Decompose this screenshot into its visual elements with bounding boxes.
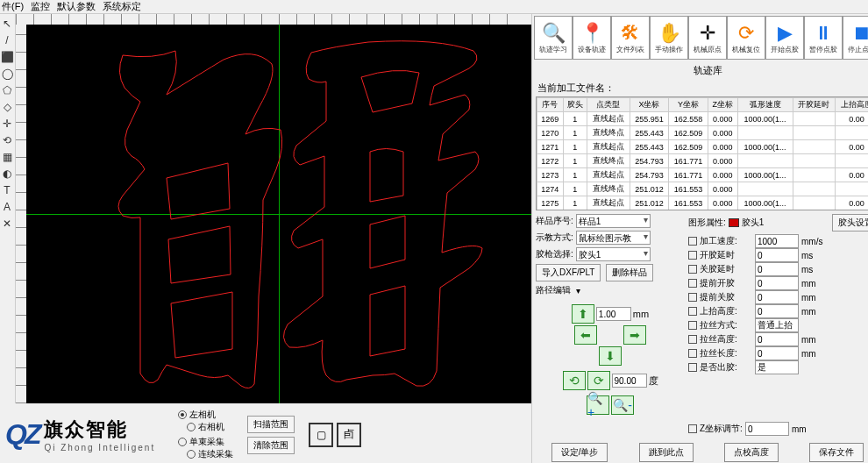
- teach-mode-select[interactable]: 鼠标绘图示教: [576, 231, 651, 245]
- menu-bar: 件(F) 监控 默认参数 系统标定: [0, 0, 868, 14]
- param-input-1[interactable]: [755, 248, 799, 262]
- clear-range-button[interactable]: 清除范围: [247, 437, 295, 454]
- param-input-2[interactable]: [755, 262, 799, 276]
- import-button[interactable]: 导入DXF/PLT: [536, 264, 601, 281]
- delete-sample-button[interactable]: 删除样品: [606, 264, 653, 281]
- tool-6[interactable]: ✛: [1, 118, 13, 130]
- param-check-2[interactable]: [688, 265, 697, 274]
- bigbtn-开始点胶[interactable]: ▶开始点胶: [765, 16, 804, 60]
- ruler-vertical: [16, 25, 26, 403]
- table-row[interactable]: 12721直线终点254.793161.7710.000: [537, 154, 869, 168]
- tool-10[interactable]: T: [1, 184, 13, 196]
- points-table: 序号胶头点类型X坐标Y坐标Z坐标弧形速度开胶延时上抬高度12691直线起点255…: [536, 96, 868, 210]
- table-row[interactable]: 12751直线起点251.012161.5530.0001000.00(1...…: [537, 196, 869, 210]
- bigbtn-手动操作[interactable]: ✋手动操作: [650, 16, 688, 60]
- rotate-ccw[interactable]: ⟲: [563, 371, 586, 390]
- tool-7[interactable]: ⟲: [1, 134, 13, 146]
- calib-height-button[interactable]: 点校高度: [724, 443, 779, 462]
- bigbtn-轨迹学习[interactable]: 🔍轨迹学习: [534, 16, 573, 60]
- param-check-4[interactable]: [688, 293, 697, 302]
- logo-cn: 旗众智能: [44, 417, 155, 443]
- radio-cont-capture[interactable]: [187, 450, 196, 459]
- menu-file[interactable]: 件(F): [2, 0, 24, 13]
- z-adjust-input[interactable]: [745, 422, 789, 436]
- glue-select[interactable]: 胶头1: [576, 247, 651, 261]
- param-check-8[interactable]: [688, 349, 697, 358]
- bigbtn-机械复位[interactable]: ⟳机械复位: [727, 16, 765, 60]
- param-input-6[interactable]: [755, 318, 799, 332]
- jog-angle-input[interactable]: [612, 374, 647, 388]
- param-check-5[interactable]: [688, 307, 697, 316]
- glyph-path: [26, 25, 531, 403]
- zoom-in-icon[interactable]: 🔍+: [587, 395, 609, 415]
- tool-11[interactable]: A: [1, 201, 13, 213]
- logo-mark: QZ: [5, 418, 39, 451]
- bigbtn-设备轨迹[interactable]: 📍设备轨迹: [573, 16, 611, 60]
- param-check-7[interactable]: [688, 335, 697, 344]
- logo-en: Qi Zhong Intelligent: [44, 443, 155, 452]
- menu-monitor[interactable]: 监控: [31, 0, 50, 13]
- bigbtn-机械原点[interactable]: ✛机械原点: [688, 16, 727, 60]
- z-adjust-check[interactable]: [688, 424, 697, 433]
- tool-5[interactable]: ◇: [1, 101, 13, 113]
- set-step-button[interactable]: 设定/单步: [551, 443, 608, 462]
- tool-4[interactable]: ⬠: [1, 84, 13, 96]
- glue-head-button[interactable]: 胶头设置: [832, 214, 868, 232]
- radio-left-cam[interactable]: [178, 410, 187, 419]
- param-check-3[interactable]: [688, 279, 697, 288]
- table-row[interactable]: 12741直线终点251.012161.5530.000: [537, 182, 869, 196]
- param-check-6[interactable]: [688, 321, 697, 330]
- sample-select[interactable]: 样品1: [576, 214, 651, 228]
- jog-left[interactable]: ⬅: [574, 325, 597, 345]
- jog-up[interactable]: ⬆: [572, 304, 594, 324]
- radio-single-capture[interactable]: [178, 438, 187, 446]
- tool-0[interactable]: ↖: [1, 18, 13, 30]
- goto-point-button[interactable]: 跳到此点: [639, 443, 694, 462]
- bottom-button-row: 设定/单步 跳到此点 点校高度 保存文件: [532, 439, 868, 463]
- tool-palette: ↖/⬛◯⬠◇✛⟲▦◐TA✕: [0, 14, 16, 403]
- menu-calib[interactable]: 系统标定: [103, 0, 141, 13]
- tool-1[interactable]: /: [1, 34, 13, 46]
- param-input-4[interactable]: [755, 290, 799, 304]
- scan-range-button[interactable]: 扫描范围: [247, 416, 295, 433]
- bigbtn-停止点胶[interactable]: ⏹停止点胶: [843, 16, 868, 60]
- cad-canvas[interactable]: [26, 25, 531, 403]
- param-input-5[interactable]: [755, 304, 799, 318]
- jog-down[interactable]: ⬇: [599, 346, 622, 366]
- current-file-label: 当前加工文件名：: [532, 80, 868, 96]
- canvas-footer: QZ 旗众智能 Qi Zhong Intelligent 左相机 右相机 单束采…: [0, 403, 531, 463]
- ruler-horizontal: [16, 14, 521, 25]
- bigbtn-暂停点胶[interactable]: ⏸暂停点胶: [804, 16, 843, 60]
- rotate-cw[interactable]: ⟳: [587, 371, 610, 390]
- param-input-8[interactable]: [755, 346, 799, 360]
- radio-right-cam[interactable]: [187, 423, 196, 431]
- table-row[interactable]: 12701直线终点255.443162.5090.000: [537, 126, 869, 140]
- jog-right[interactable]: ➡: [623, 325, 646, 345]
- param-input-9[interactable]: [755, 360, 799, 374]
- param-check-0[interactable]: [688, 237, 697, 246]
- jog-step-input[interactable]: [596, 307, 631, 321]
- param-check-9[interactable]: [688, 363, 697, 372]
- track-lib-label: 轨迹库: [532, 61, 868, 80]
- param-input-0[interactable]: [755, 234, 799, 248]
- outline-icon-1[interactable]: ▢: [309, 423, 333, 447]
- table-row[interactable]: 12711直线起点255.443162.5090.0001000.00(1...…: [537, 140, 869, 154]
- param-input-7[interactable]: [755, 332, 799, 346]
- tool-2[interactable]: ⬛: [1, 51, 13, 63]
- param-check-1[interactable]: [688, 251, 697, 260]
- bigbtn-文件列表[interactable]: 🛠文件列表: [611, 16, 650, 60]
- outline-icon-2[interactable]: 卣: [337, 423, 361, 447]
- menu-defaults[interactable]: 默认参数: [57, 0, 96, 13]
- big-toolbar: 🔍轨迹学习📍设备轨迹🛠文件列表✋手动操作✛机械原点⟳机械复位▶开始点胶⏸暂停点胶…: [532, 14, 868, 61]
- param-input-3[interactable]: [755, 276, 799, 290]
- tool-9[interactable]: ◐: [1, 167, 13, 180]
- table-row[interactable]: 12691直线起点255.951162.5580.0001000.00(1...…: [537, 112, 869, 126]
- tool-3[interactable]: ◯: [1, 68, 13, 80]
- company-logo: QZ 旗众智能 Qi Zhong Intelligent: [5, 417, 155, 452]
- table-row[interactable]: 12731直线起点254.793161.7710.0001000.00(1...…: [537, 168, 869, 182]
- tool-12[interactable]: ✕: [1, 217, 13, 230]
- zoom-out-icon[interactable]: 🔍-: [611, 395, 634, 415]
- tool-8[interactable]: ▦: [1, 151, 13, 163]
- save-file-button[interactable]: 保存文件: [809, 443, 864, 462]
- jog-panel: ⬆mm ⬅➡ ⬇ ⟲⟳度 🔍+🔍-: [536, 304, 685, 415]
